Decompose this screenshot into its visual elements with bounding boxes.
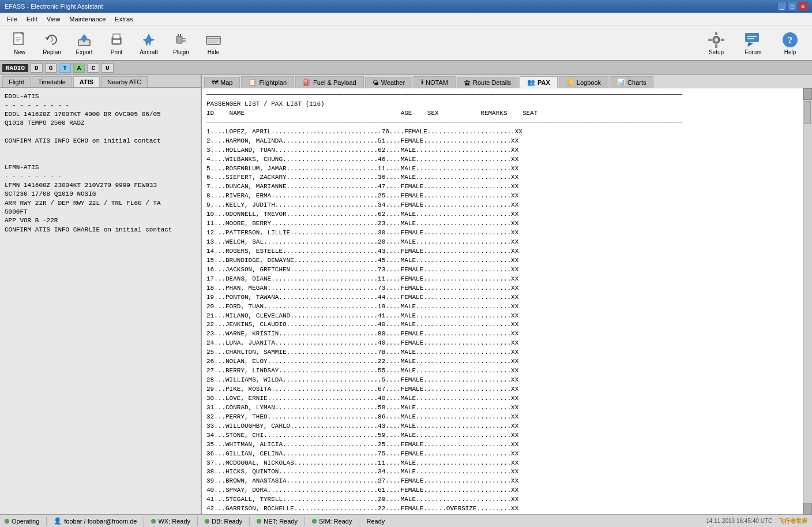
status-sep-1 <box>46 517 47 526</box>
export-button[interactable]: Export <box>69 27 99 58</box>
export-label: Export <box>76 49 93 55</box>
pax-row: 34...STONE, CHI.........................… <box>206 431 798 440</box>
pax-row: 1....LOPEZ, APRIL.......................… <box>206 128 798 137</box>
svg-rect-12 <box>113 34 120 39</box>
forum-button[interactable]: Forum <box>736 27 770 58</box>
logbook-icon: 📒 <box>566 79 574 86</box>
radio-btn-d[interactable]: D <box>31 63 43 73</box>
plugin-label: Plugin <box>173 49 189 55</box>
replan-button[interactable]: Replan <box>37 27 67 58</box>
ready-status: Ready <box>366 518 385 525</box>
pax-columns: ID NAME AGE SEX REMARKS SEAT <box>206 109 798 118</box>
tab-timetable[interactable]: Timetable <box>32 76 72 87</box>
status-sep-3 <box>197 517 198 526</box>
radio-btn-u[interactable]: U <box>102 63 114 73</box>
status-bar: Operating 👤 foobar / foobar@froom.de WX:… <box>0 514 812 527</box>
setup-label: Setup <box>709 49 724 55</box>
radio-btn-g[interactable]: G <box>45 63 57 73</box>
tab-map[interactable]: 🗺Map <box>204 77 240 88</box>
forum-label: Forum <box>745 49 762 55</box>
radio-btn-a[interactable]: A <box>73 63 85 73</box>
svg-rect-25 <box>715 32 717 35</box>
new-button[interactable]: New <box>5 27 35 58</box>
menu-edit[interactable]: Edit <box>22 14 42 24</box>
replan-icon <box>43 31 61 49</box>
aircraft-button[interactable]: Aircraft <box>134 27 164 58</box>
radio-btn-c[interactable]: C <box>87 63 99 73</box>
pax-row: 15...BRUNDIDGE, DEWAYNE.................… <box>206 256 798 266</box>
menu-view[interactable]: View <box>42 14 65 24</box>
tab-flightplan[interactable]: 📋Flightplan <box>241 76 294 88</box>
pax-row: 25...CHARLTON, SAMMIE...................… <box>206 348 798 357</box>
svg-point-13 <box>120 38 122 40</box>
setup-icon <box>707 31 725 49</box>
toolbar-right: Setup Forum ? Help <box>699 27 807 58</box>
pax-row: 32...PERRY, THEO........................… <box>206 413 798 422</box>
export-icon <box>75 31 93 49</box>
menu-maintenance[interactable]: Maintenance <box>65 14 110 24</box>
pax-row: 43...REED, COLBY........................… <box>206 514 798 514</box>
menu-extras[interactable]: Extras <box>110 14 137 24</box>
svg-rect-0 <box>14 33 23 44</box>
tab-weather[interactable]: 🌤Weather <box>365 77 412 88</box>
tab-notam[interactable]: ℹNOTAM <box>413 76 456 88</box>
pax-row: 39...BROWN, ANASTASIA...................… <box>206 477 798 486</box>
pax-scrollbar[interactable] <box>803 88 812 514</box>
menu-file[interactable]: File <box>2 14 22 24</box>
pax-row: 37...MCDOUGAL, NICKOLAS.................… <box>206 459 798 468</box>
close-button[interactable]: ✕ <box>798 2 807 11</box>
pax-header: PASSENGER LIST / PAX LIST (116) <box>206 100 798 109</box>
pax-row: 7....DUNCAN, MARIANNE...................… <box>206 182 798 192</box>
svg-line-7 <box>51 40 53 42</box>
help-button[interactable]: ? Help <box>773 27 807 58</box>
status-sep-4 <box>249 517 250 526</box>
wx-label: WX: Ready <box>158 518 190 525</box>
status-sep-2 <box>144 517 144 526</box>
hide-icon <box>204 31 223 49</box>
sim-status: SIM: Ready <box>312 518 352 525</box>
pax-row: 33...WILLOUGHBY, CARLO..................… <box>206 422 798 431</box>
svg-rect-26 <box>715 44 717 48</box>
svg-marker-30 <box>747 42 753 47</box>
wx-indicator <box>151 519 156 524</box>
print-button[interactable]: Print <box>102 27 131 58</box>
sim-label: SIM: Ready <box>319 518 352 525</box>
pax-content: ────────────────────────────────────────… <box>202 88 803 514</box>
radio-label: RADIO <box>2 64 28 72</box>
pax-row: 31...CONRAD, LYMAN......................… <box>206 403 798 413</box>
tab-fuel[interactable]: ⛽Fuel & Payload <box>295 76 364 88</box>
svg-rect-11 <box>113 40 120 43</box>
pax-row: 28...WILLIAMS, WILDA....................… <box>206 376 798 385</box>
operating-label: Operating <box>12 518 39 525</box>
tab-logbook[interactable]: 📒Logbook <box>559 76 608 88</box>
pax-icon: 👥 <box>527 79 535 86</box>
charts-icon: 📊 <box>617 79 625 86</box>
atis-content: EDDL-ATIS - - - - - - - - - EDDL 141620Z… <box>0 88 201 514</box>
sim-indicator <box>312 519 317 524</box>
pax-row: 26...NOLAN, ELOY........................… <box>206 357 798 367</box>
tab-flight[interactable]: Flight <box>2 76 31 87</box>
tab-charts[interactable]: 📊Charts <box>610 76 653 88</box>
minimize-button[interactable]: _ <box>777 2 787 11</box>
tab-pax[interactable]: 👥PAX <box>520 76 558 88</box>
hide-button[interactable]: Hide <box>198 27 228 58</box>
pax-row: 8....RIVERA, ERMA.......................… <box>206 192 798 201</box>
pax-row: 5....ROSENBLUM, JAMAR...................… <box>206 165 798 174</box>
radio-btn-t[interactable]: T <box>59 63 71 73</box>
plugin-button[interactable]: Plugin <box>166 27 196 58</box>
setup-button[interactable]: Setup <box>699 27 734 58</box>
help-icon: ? <box>781 31 799 49</box>
db-indicator <box>205 519 209 524</box>
pax-row: 4....WILBANKS, CHUNG....................… <box>206 155 798 165</box>
pax-row: 21...MILANO, CLEVELAND..................… <box>206 312 798 321</box>
tab-atis[interactable]: ATIS <box>73 76 100 87</box>
tab-route[interactable]: 🛣Route Details <box>457 77 518 88</box>
pax-row: 10...ODONNELL, TREVOR...................… <box>206 210 798 219</box>
maximize-button[interactable]: □ <box>788 2 797 11</box>
tab-nearby-atc[interactable]: Nearby ATC <box>101 76 148 87</box>
operating-status: Operating <box>5 518 39 525</box>
pax-row: 36...GILLIAN, CELINA....................… <box>206 450 798 459</box>
net-indicator <box>257 519 261 524</box>
route-icon: 🛣 <box>464 79 471 86</box>
status-sep-6 <box>359 517 359 526</box>
